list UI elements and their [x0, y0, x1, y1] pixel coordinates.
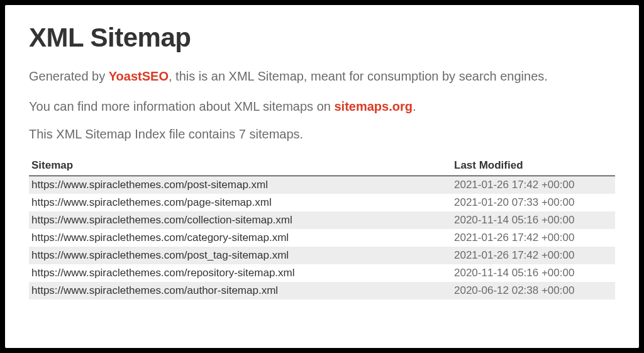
yoastseo-link[interactable]: YoastSEO	[109, 69, 169, 83]
sitemap-date-cell: 2021-01-20 07:33 +00:00	[452, 194, 615, 211]
sitemap-date-cell: 2020-11-14 05:16 +00:00	[452, 211, 615, 229]
table-row: https://www.spiraclethemes.com/page-site…	[29, 194, 615, 211]
intro-line-2: You can find more information about XML …	[29, 97, 615, 116]
header-sitemap: Sitemap	[29, 155, 452, 176]
table-row: https://www.spiraclethemes.com/repositor…	[29, 264, 615, 282]
intro-prefix: Generated by	[29, 69, 109, 83]
table-row: https://www.spiraclethemes.com/post-site…	[29, 176, 615, 194]
sitemap-page: XML Sitemap Generated by YoastSEO, this …	[5, 5, 639, 348]
sitemap-date-cell: 2020-06-12 02:38 +00:00	[452, 282, 615, 300]
sitemap-summary: This XML Sitemap Index file contains 7 s…	[29, 127, 615, 142]
intro-mid: , this is an XML Sitemap, meant for cons…	[169, 69, 548, 83]
sitemap-date-cell: 2021-01-26 17:42 +00:00	[452, 247, 615, 264]
sitemap-url-cell[interactable]: https://www.spiraclethemes.com/page-site…	[29, 194, 452, 211]
intro-line2-suffix: .	[413, 99, 416, 113]
sitemap-url-cell[interactable]: https://www.spiraclethemes.com/author-si…	[29, 282, 452, 300]
sitemap-url-cell[interactable]: https://www.spiraclethemes.com/post-site…	[29, 176, 452, 194]
table-row: https://www.spiraclethemes.com/collectio…	[29, 211, 615, 229]
sitemap-table: Sitemap Last Modified https://www.spirac…	[29, 155, 615, 300]
sitemap-date-cell: 2021-01-26 17:42 +00:00	[452, 229, 615, 247]
sitemap-url-cell[interactable]: https://www.spiraclethemes.com/collectio…	[29, 211, 452, 229]
sitemapsorg-link[interactable]: sitemaps.org	[334, 99, 412, 113]
table-row: https://www.spiraclethemes.com/category-…	[29, 229, 615, 247]
header-last-modified: Last Modified	[452, 155, 615, 176]
sitemap-date-cell: 2020-11-14 05:16 +00:00	[452, 264, 615, 282]
sitemap-url-cell[interactable]: https://www.spiraclethemes.com/category-…	[29, 229, 452, 247]
table-row: https://www.spiraclethemes.com/author-si…	[29, 282, 615, 300]
table-header-row: Sitemap Last Modified	[29, 155, 615, 176]
intro-line2-prefix: You can find more information about XML …	[29, 99, 334, 113]
sitemap-url-cell[interactable]: https://www.spiraclethemes.com/repositor…	[29, 264, 452, 282]
intro-line-1: Generated by YoastSEO, this is an XML Si…	[29, 67, 615, 86]
table-row: https://www.spiraclethemes.com/post_tag-…	[29, 247, 615, 264]
page-title: XML Sitemap	[29, 23, 615, 53]
sitemap-url-cell[interactable]: https://www.spiraclethemes.com/post_tag-…	[29, 247, 452, 264]
sitemap-date-cell: 2021-01-26 17:42 +00:00	[452, 176, 615, 194]
